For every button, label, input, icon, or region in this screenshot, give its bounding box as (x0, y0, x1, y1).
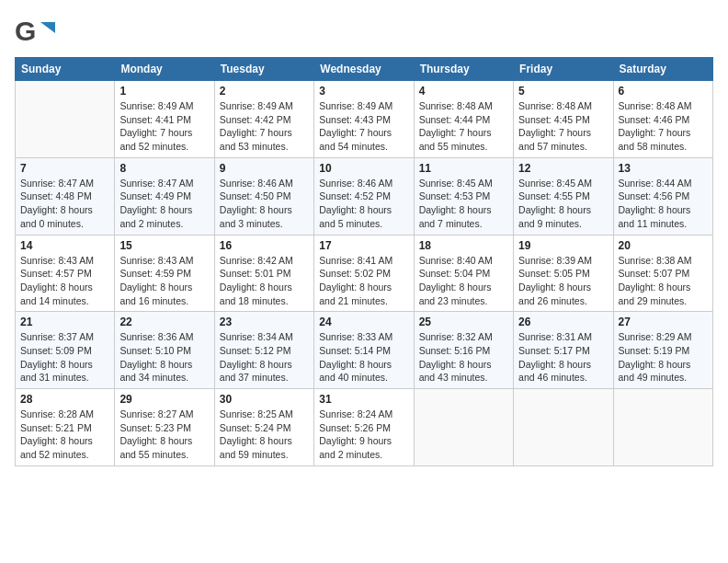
calendar-cell: 16Sunrise: 8:42 AM Sunset: 5:01 PM Dayli… (214, 235, 313, 312)
day-number: 8 (119, 162, 209, 175)
calendar-week-1: 1Sunrise: 8:49 AM Sunset: 4:41 PM Daylig… (16, 81, 713, 158)
day-number: 7 (20, 162, 109, 175)
calendar-cell: 24Sunrise: 8:33 AM Sunset: 5:14 PM Dayli… (314, 312, 414, 389)
calendar-cell: 28Sunrise: 8:28 AM Sunset: 5:21 PM Dayli… (16, 389, 115, 466)
svg-text:G: G (15, 16, 36, 46)
calendar-cell: 21Sunrise: 8:37 AM Sunset: 5:09 PM Dayli… (16, 312, 115, 389)
calendar-cell: 4Sunrise: 8:48 AM Sunset: 4:44 PM Daylig… (414, 81, 513, 158)
day-number: 14 (20, 239, 109, 252)
day-number: 25 (419, 316, 508, 328)
calendar-cell: 17Sunrise: 8:41 AM Sunset: 5:02 PM Dayli… (314, 235, 414, 312)
day-number: 28 (20, 393, 109, 406)
calendar-cell: 3Sunrise: 8:49 AM Sunset: 4:43 PM Daylig… (314, 81, 414, 158)
day-number: 16 (220, 239, 309, 252)
weekday-header-row: SundayMondayTuesdayWednesdayThursdayFrid… (16, 58, 713, 81)
calendar-cell: 11Sunrise: 8:45 AM Sunset: 4:53 PM Dayli… (414, 157, 513, 235)
day-number: 3 (319, 85, 408, 98)
day-number: 20 (619, 239, 708, 252)
calendar-cell (613, 389, 712, 466)
day-number: 11 (419, 162, 508, 175)
day-info: Sunrise: 8:31 AM Sunset: 5:17 PM Dayligh… (518, 330, 608, 385)
day-info: Sunrise: 8:48 AM Sunset: 4:46 PM Dayligh… (619, 99, 708, 154)
day-info: Sunrise: 8:28 AM Sunset: 5:21 PM Dayligh… (20, 408, 109, 462)
day-info: Sunrise: 8:27 AM Sunset: 5:23 PM Dayligh… (119, 408, 209, 462)
weekday-label-sunday: Sunday (16, 58, 115, 81)
calendar-cell: 7Sunrise: 8:47 AM Sunset: 4:48 PM Daylig… (16, 157, 115, 235)
day-number: 10 (319, 162, 408, 175)
day-number: 29 (119, 393, 209, 406)
calendar-cell (514, 389, 613, 466)
day-number: 5 (518, 85, 608, 98)
day-info: Sunrise: 8:38 AM Sunset: 5:07 PM Dayligh… (619, 254, 708, 308)
logo: G (15, 15, 59, 50)
day-number: 22 (119, 316, 209, 328)
calendar-cell (16, 81, 115, 158)
calendar-body: 1Sunrise: 8:49 AM Sunset: 4:41 PM Daylig… (16, 81, 713, 466)
calendar-cell: 1Sunrise: 8:49 AM Sunset: 4:41 PM Daylig… (115, 81, 214, 158)
day-number: 24 (319, 316, 408, 328)
calendar-cell: 29Sunrise: 8:27 AM Sunset: 5:23 PM Dayli… (115, 389, 214, 466)
day-info: Sunrise: 8:45 AM Sunset: 4:55 PM Dayligh… (518, 177, 608, 231)
day-info: Sunrise: 8:46 AM Sunset: 4:50 PM Dayligh… (220, 177, 309, 231)
day-info: Sunrise: 8:36 AM Sunset: 5:10 PM Dayligh… (119, 330, 209, 385)
calendar-cell: 10Sunrise: 8:46 AM Sunset: 4:52 PM Dayli… (314, 157, 414, 235)
day-number: 4 (419, 85, 508, 98)
day-info: Sunrise: 8:45 AM Sunset: 4:53 PM Dayligh… (419, 177, 508, 231)
calendar-week-3: 14Sunrise: 8:43 AM Sunset: 4:57 PM Dayli… (16, 235, 713, 312)
day-number: 9 (220, 162, 309, 175)
day-info: Sunrise: 8:47 AM Sunset: 4:48 PM Dayligh… (20, 177, 109, 231)
day-number: 23 (220, 316, 309, 328)
day-info: Sunrise: 8:41 AM Sunset: 5:02 PM Dayligh… (319, 254, 408, 308)
calendar-cell: 14Sunrise: 8:43 AM Sunset: 4:57 PM Dayli… (16, 235, 115, 312)
calendar-cell: 8Sunrise: 8:47 AM Sunset: 4:49 PM Daylig… (115, 157, 214, 235)
calendar-cell: 25Sunrise: 8:32 AM Sunset: 5:16 PM Dayli… (414, 312, 513, 389)
day-info: Sunrise: 8:46 AM Sunset: 4:52 PM Dayligh… (319, 177, 408, 231)
day-number: 18 (419, 239, 508, 252)
calendar-cell: 9Sunrise: 8:46 AM Sunset: 4:50 PM Daylig… (214, 157, 313, 235)
day-info: Sunrise: 8:43 AM Sunset: 4:57 PM Dayligh… (20, 254, 109, 308)
calendar-cell: 26Sunrise: 8:31 AM Sunset: 5:17 PM Dayli… (514, 312, 613, 389)
weekday-label-friday: Friday (514, 58, 613, 81)
day-info: Sunrise: 8:49 AM Sunset: 4:43 PM Dayligh… (319, 99, 408, 154)
day-number: 17 (319, 239, 408, 252)
calendar-cell: 22Sunrise: 8:36 AM Sunset: 5:10 PM Dayli… (115, 312, 214, 389)
calendar-cell: 15Sunrise: 8:43 AM Sunset: 4:59 PM Dayli… (115, 235, 214, 312)
day-info: Sunrise: 8:37 AM Sunset: 5:09 PM Dayligh… (20, 330, 109, 385)
day-number: 21 (20, 316, 109, 328)
weekday-label-thursday: Thursday (414, 58, 513, 81)
day-info: Sunrise: 8:33 AM Sunset: 5:14 PM Dayligh… (319, 330, 408, 385)
day-info: Sunrise: 8:40 AM Sunset: 5:04 PM Dayligh… (419, 254, 508, 308)
day-info: Sunrise: 8:47 AM Sunset: 4:49 PM Dayligh… (119, 177, 209, 231)
day-info: Sunrise: 8:24 AM Sunset: 5:26 PM Dayligh… (319, 408, 408, 462)
calendar-cell: 20Sunrise: 8:38 AM Sunset: 5:07 PM Dayli… (613, 235, 712, 312)
calendar-cell: 23Sunrise: 8:34 AM Sunset: 5:12 PM Dayli… (214, 312, 313, 389)
calendar-cell: 27Sunrise: 8:29 AM Sunset: 5:19 PM Dayli… (613, 312, 712, 389)
day-number: 13 (619, 162, 708, 175)
logo-icon: G (15, 15, 55, 50)
weekday-label-wednesday: Wednesday (314, 58, 414, 81)
day-number: 2 (220, 85, 309, 98)
calendar-cell (414, 389, 513, 466)
day-number: 12 (518, 162, 608, 175)
day-number: 1 (119, 85, 209, 98)
calendar-cell: 31Sunrise: 8:24 AM Sunset: 5:26 PM Dayli… (314, 389, 414, 466)
day-info: Sunrise: 8:48 AM Sunset: 4:44 PM Dayligh… (419, 99, 508, 154)
calendar-week-2: 7Sunrise: 8:47 AM Sunset: 4:48 PM Daylig… (16, 157, 713, 235)
day-info: Sunrise: 8:49 AM Sunset: 4:42 PM Dayligh… (220, 99, 309, 154)
calendar-week-4: 21Sunrise: 8:37 AM Sunset: 5:09 PM Dayli… (16, 312, 713, 389)
page-header: G (15, 15, 713, 50)
calendar-cell: 30Sunrise: 8:25 AM Sunset: 5:24 PM Dayli… (214, 389, 313, 466)
day-info: Sunrise: 8:29 AM Sunset: 5:19 PM Dayligh… (619, 330, 708, 385)
day-info: Sunrise: 8:43 AM Sunset: 4:59 PM Dayligh… (119, 254, 209, 308)
day-info: Sunrise: 8:48 AM Sunset: 4:45 PM Dayligh… (518, 99, 608, 154)
calendar-cell: 2Sunrise: 8:49 AM Sunset: 4:42 PM Daylig… (214, 81, 313, 158)
day-info: Sunrise: 8:32 AM Sunset: 5:16 PM Dayligh… (419, 330, 508, 385)
calendar-cell: 5Sunrise: 8:48 AM Sunset: 4:45 PM Daylig… (514, 81, 613, 158)
day-number: 26 (518, 316, 608, 328)
day-info: Sunrise: 8:34 AM Sunset: 5:12 PM Dayligh… (220, 330, 309, 385)
calendar-table: SundayMondayTuesdayWednesdayThursdayFrid… (15, 57, 713, 466)
svg-marker-1 (40, 22, 55, 33)
weekday-label-monday: Monday (115, 58, 214, 81)
day-info: Sunrise: 8:44 AM Sunset: 4:56 PM Dayligh… (619, 177, 708, 231)
weekday-label-saturday: Saturday (613, 58, 712, 81)
